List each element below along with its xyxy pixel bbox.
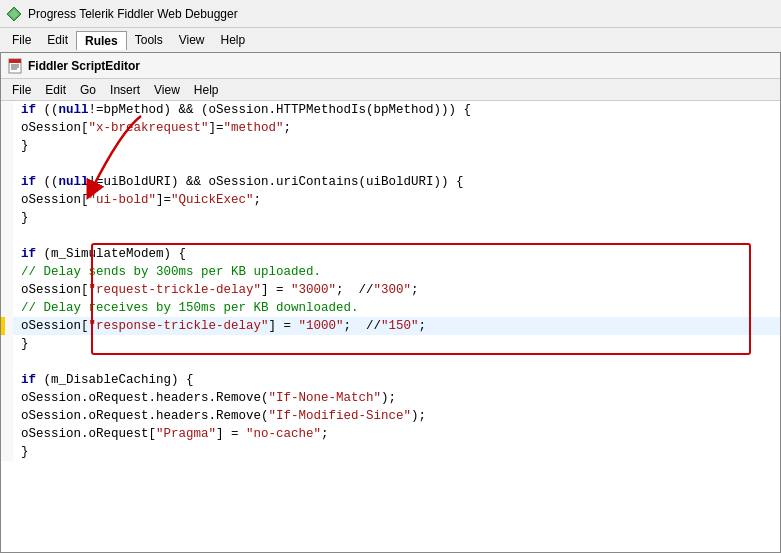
line-content-4 [13,155,780,173]
code-line-2: oSession["x-breakrequest"]="method"; [1,119,780,137]
line-marker-2 [1,119,13,137]
app-icon [6,6,22,22]
line-marker-18 [1,407,13,425]
code-line-18: oSession.oRequest.headers.Remove("If-Mod… [1,407,780,425]
line-marker-11 [1,281,13,299]
outer-menu-file[interactable]: File [4,31,39,49]
line-marker-8 [1,227,13,245]
line-marker-5 [1,173,13,191]
code-line-9: if (m_SimulateModem) { [1,245,780,263]
line-marker-3 [1,137,13,155]
outer-menu-bar: File Edit Rules Tools View Help [0,28,781,52]
code-lines-container: if ((null!=bpMethod) && (oSession.HTTPMe… [1,101,780,461]
code-line-6: oSession["ui-bold"]="QuickExec"; [1,191,780,209]
code-line-15 [1,353,780,371]
line-marker-16 [1,371,13,389]
line-content-10: // Delay sends by 300ms per KB uploaded. [13,263,780,281]
svg-rect-3 [9,59,21,63]
line-marker-10 [1,263,13,281]
se-menu-edit[interactable]: Edit [38,82,73,98]
code-line-11: oSession["request-trickle-delay"] = "300… [1,281,780,299]
code-line-20: } [1,443,780,461]
se-title-icon [7,58,23,74]
line-content-14: } [13,335,780,353]
line-content-16: if (m_DisableCaching) { [13,371,780,389]
line-marker-1 [1,101,13,119]
se-title-bar: Fiddler ScriptEditor [1,53,780,79]
code-line-1: if ((null!=bpMethod) && (oSession.HTTPMe… [1,101,780,119]
line-content-18: oSession.oRequest.headers.Remove("If-Mod… [13,407,780,425]
line-marker-4 [1,155,13,173]
se-menu-help[interactable]: Help [187,82,226,98]
line-content-19: oSession.oRequest["Pragma"] = "no-cache"… [13,425,780,443]
line-content-11: oSession["request-trickle-delay"] = "300… [13,281,780,299]
code-area[interactable]: if ((null!=bpMethod) && (oSession.HTTPMe… [1,101,780,552]
line-content-15 [13,353,780,371]
code-line-7: } [1,209,780,227]
se-menu-insert[interactable]: Insert [103,82,147,98]
line-marker-13 [1,317,13,335]
code-line-19: oSession.oRequest["Pragma"] = "no-cache"… [1,425,780,443]
script-editor-window: Fiddler ScriptEditor File Edit Go Insert… [0,52,781,553]
line-content-6: oSession["ui-bold"]="QuickExec"; [13,191,780,209]
line-content-8 [13,227,780,245]
se-menu-go[interactable]: Go [73,82,103,98]
line-content-9: if (m_SimulateModem) { [13,245,780,263]
line-content-1: if ((null!=bpMethod) && (oSession.HTTPMe… [13,101,780,119]
line-content-5: if ((null!=uiBoldURI) && oSession.uriCon… [13,173,780,191]
se-menu-file[interactable]: File [5,82,38,98]
app-title: Progress Telerik Fiddler Web Debugger [28,7,775,21]
outer-menu-tools[interactable]: Tools [127,31,171,49]
code-line-8 [1,227,780,245]
line-content-17: oSession.oRequest.headers.Remove("If-Non… [13,389,780,407]
line-marker-14 [1,335,13,353]
code-line-16: if (m_DisableCaching) { [1,371,780,389]
se-menu-bar: File Edit Go Insert View Help [1,79,780,101]
line-marker-15 [1,353,13,371]
code-line-12: // Delay receives by 150ms per KB downlo… [1,299,780,317]
line-marker-17 [1,389,13,407]
line-content-7: } [13,209,780,227]
line-content-13: oSession["response-trickle-delay"] = "10… [13,317,780,335]
code-line-17: oSession.oRequest.headers.Remove("If-Non… [1,389,780,407]
line-content-12: // Delay receives by 150ms per KB downlo… [13,299,780,317]
outer-menu-help[interactable]: Help [213,31,254,49]
title-bar: Progress Telerik Fiddler Web Debugger [0,0,781,28]
line-content-3: } [13,137,780,155]
line-marker-12 [1,299,13,317]
outer-menu-rules[interactable]: Rules [76,31,127,50]
se-title-text: Fiddler ScriptEditor [28,59,140,73]
line-marker-9 [1,245,13,263]
code-line-10: // Delay sends by 300ms per KB uploaded. [1,263,780,281]
se-menu-view[interactable]: View [147,82,187,98]
code-line-5: if ((null!=uiBoldURI) && oSession.uriCon… [1,173,780,191]
outer-menu-edit[interactable]: Edit [39,31,76,49]
code-line-4 [1,155,780,173]
code-line-13: oSession["response-trickle-delay"] = "10… [1,317,780,335]
line-marker-6 [1,191,13,209]
code-line-3: } [1,137,780,155]
line-marker-19 [1,425,13,443]
outer-menu-view[interactable]: View [171,31,213,49]
line-marker-20 [1,443,13,461]
line-marker-7 [1,209,13,227]
code-line-14: } [1,335,780,353]
line-content-20: } [13,443,780,461]
line-content-2: oSession["x-breakrequest"]="method"; [13,119,780,137]
